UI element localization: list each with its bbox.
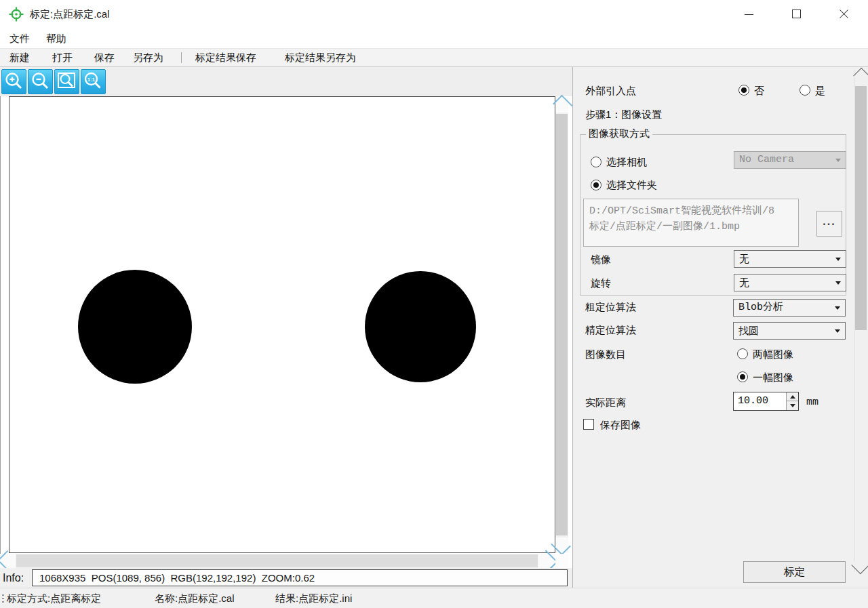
window-title: 标定:点距标定.cal (30, 0, 110, 28)
settings-panel: 外部引入点 否 是 步骤1：图像设置 图像获取方式 选择相机 No Camera… (572, 67, 868, 588)
new-button[interactable]: 新建 (9, 49, 30, 66)
scroll-down-button[interactable] (555, 538, 568, 553)
chevron-down-icon (835, 306, 840, 310)
rotate-combo[interactable]: 无 (734, 274, 846, 291)
app-target-icon (9, 7, 24, 22)
scroll-left-button[interactable] (0, 554, 16, 568)
zoom-fit-button[interactable] (54, 69, 79, 94)
rotate-combo-value: 无 (739, 275, 749, 291)
save-result-button[interactable]: 标定结果保存 (195, 49, 256, 66)
image-path-box[interactable]: D:/OPT/SciSmart智能视觉软件培训/8 标定/点距标定/一副图像/1… (583, 199, 799, 247)
chevron-down-icon (851, 557, 868, 574)
mirror-combo[interactable]: 无 (734, 250, 846, 268)
menu-file[interactable]: 文件 (9, 28, 30, 48)
coarse-algorithm-combo[interactable]: Blob分析 (733, 299, 846, 317)
distance-spin-down[interactable] (786, 401, 798, 410)
zoom-fit-icon (55, 70, 79, 94)
minimize-button[interactable] (733, 0, 764, 28)
chevron-down-icon (835, 281, 841, 285)
image-acquisition-group: 图像获取方式 选择相机 No Camera 选择文件夹 D:/OPT/SciSm… (580, 134, 846, 296)
canvas-horizontal-scrollbar[interactable] (0, 554, 555, 568)
scroll-right-button[interactable] (538, 554, 555, 568)
external-point-no-label[interactable]: 否 (754, 83, 764, 98)
status-bar: 标定方式:点距离标定 名称:点距标定.cal 结果:点距标定.ini (0, 588, 868, 608)
calibration-dot-1 (78, 270, 192, 384)
distance-value: 10.00 (738, 392, 768, 410)
fine-algorithm-value: 找圆 (738, 323, 759, 339)
external-point-yes-label[interactable]: 是 (815, 83, 825, 98)
spin-buttons (786, 392, 798, 410)
save-as-button[interactable]: 另存为 (133, 49, 163, 66)
save-button[interactable]: 保存 (94, 49, 115, 66)
one-image-radio[interactable] (737, 371, 748, 382)
info-box: 1068X935 POS(1089, 856) RGB(192,192,192)… (32, 569, 568, 586)
camera-combo-value: No Camera (739, 152, 794, 168)
select-folder-radio[interactable] (591, 180, 601, 190)
canvas-vertical-scrollbar[interactable] (555, 97, 568, 553)
fine-algorithm-combo[interactable]: 找圆 (733, 322, 846, 340)
open-button[interactable]: 打开 (52, 49, 73, 66)
zoom-toolbar: 1:1 (0, 67, 572, 96)
chevron-down-icon (835, 329, 840, 333)
save-result-as-button[interactable]: 标定结果另存为 (285, 49, 356, 66)
panel-scroll-up-button[interactable] (855, 70, 867, 83)
toolbar-separator (181, 52, 182, 63)
title-bar: 标定:点距标定.cal (0, 0, 868, 28)
status-file-name: 名称:点距标定.cal (155, 588, 235, 608)
menu-help[interactable]: 帮助 (46, 28, 66, 48)
scroll-up-button[interactable] (555, 97, 568, 113)
external-point-no-radio[interactable] (738, 85, 749, 96)
coarse-algorithm-label: 粗定位算法 (585, 300, 636, 315)
distance-spinner[interactable]: 10.00 (733, 392, 799, 411)
image-path-line2: 标定/点距标定/一副图像/1.bmp (589, 219, 793, 235)
image-count-label: 图像数目 (585, 347, 626, 362)
minimize-icon (745, 14, 753, 15)
select-camera-radio[interactable] (591, 157, 601, 167)
calibration-dot-2 (365, 271, 476, 382)
calibrate-button[interactable]: 标定 (743, 561, 846, 583)
panel-scroll-thumb[interactable] (855, 86, 867, 330)
chevron-down-icon (835, 258, 841, 261)
panel-scrollbar[interactable] (854, 70, 866, 572)
two-images-radio[interactable] (737, 348, 748, 359)
v-scroll-thumb[interactable] (556, 114, 568, 535)
select-folder-label[interactable]: 选择文件夹 (606, 178, 657, 192)
h-scroll-thumb[interactable] (16, 554, 538, 567)
save-image-label[interactable]: 保存图像 (600, 418, 641, 432)
mirror-combo-value: 无 (739, 251, 749, 267)
maximize-icon (792, 9, 801, 18)
one-image-label[interactable]: 一幅图像 (753, 370, 793, 385)
panel-scroll-down-button[interactable] (855, 559, 867, 572)
distance-spin-up[interactable] (786, 392, 798, 401)
info-text: 1068X935 POS(1089, 856) RGB(192,192,192)… (39, 570, 315, 586)
coarse-algorithm-value: Blob分析 (738, 300, 783, 316)
external-point-label: 外部引入点 (585, 83, 636, 98)
external-point-yes-radio[interactable] (800, 85, 810, 96)
image-path-line1: D:/OPT/SciSmart智能视觉软件培训/8 (589, 203, 793, 219)
canvas[interactable] (9, 96, 555, 553)
zoom-in-button[interactable] (1, 69, 26, 94)
zoom-in-icon (2, 70, 26, 94)
info-bar: Info: 1068X935 POS(1089, 856) RGB(192,19… (0, 568, 572, 588)
chevron-down-icon (835, 159, 841, 162)
camera-combo: No Camera (734, 151, 846, 169)
info-label: Info: (3, 568, 24, 588)
file-toolbar: 新建 打开 保存 另存为 标定结果保存 标定结果另存为 (0, 48, 868, 67)
chevron-up-icon (853, 68, 868, 85)
zoom-1-1-button[interactable]: 1:1 (81, 69, 106, 94)
maximize-button[interactable] (781, 0, 812, 28)
close-button[interactable] (828, 0, 859, 28)
select-camera-label[interactable]: 选择相机 (606, 155, 647, 169)
chevron-up-icon (553, 95, 573, 115)
status-grip (2, 594, 4, 604)
distance-unit-label: mm (806, 395, 818, 410)
svg-text:1:1: 1:1 (87, 77, 96, 83)
mirror-label: 镜像 (591, 252, 611, 267)
zoom-1-1-icon: 1:1 (81, 70, 105, 94)
browse-button[interactable]: ... (816, 211, 842, 237)
triangle-up-icon (790, 395, 795, 399)
status-calibration-method: 标定方式:点距离标定 (7, 588, 101, 608)
save-image-checkbox[interactable] (583, 419, 594, 430)
two-images-label[interactable]: 两幅图像 (753, 347, 793, 362)
zoom-out-button[interactable] (28, 69, 53, 94)
